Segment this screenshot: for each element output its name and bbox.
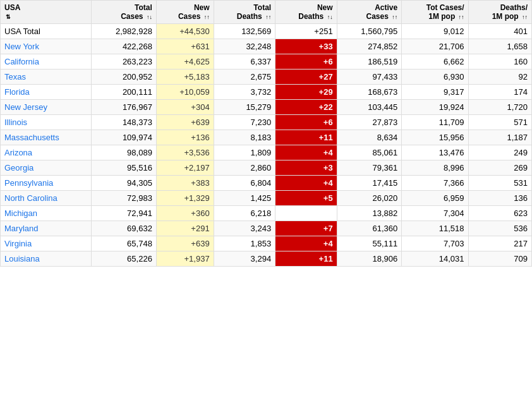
sort-total-cases-icon[interactable]: ↑↓	[147, 14, 152, 20]
deaths-1m-cell: 269	[468, 160, 531, 176]
state-name-cell[interactable]: New York	[1, 39, 92, 54]
state-name-cell[interactable]: North Carolina	[1, 191, 92, 206]
total-cases-cell: 72,941	[92, 206, 157, 221]
active-cases-cell: 186,519	[337, 54, 402, 70]
state-name-cell[interactable]: Illinois	[1, 115, 92, 130]
tot-cases-1m-cell: 19,924	[402, 100, 468, 115]
deaths-1m-cell: 531	[468, 176, 531, 191]
header-new-deaths: NewDeaths ↑↓	[275, 1, 337, 24]
state-link[interactable]: Georgia	[4, 163, 33, 172]
state-link[interactable]: New Jersey	[4, 102, 47, 112]
active-cases-cell: 17,415	[337, 176, 402, 191]
state-link[interactable]: Arizona	[4, 148, 32, 157]
tot-cases-1m-cell: 13,476	[402, 145, 468, 160]
state-name-cell[interactable]: Massachusetts	[1, 130, 92, 145]
tot-cases-1m-cell: 9,317	[402, 85, 468, 100]
active-cases-cell: 168,673	[337, 85, 402, 100]
header-state: USA ⇅	[1, 1, 92, 24]
new-deaths-cell: +33	[275, 39, 337, 54]
state-name-cell[interactable]: Maryland	[1, 221, 92, 236]
new-deaths-cell: +6	[275, 54, 337, 70]
tot-cases-1m-cell: 7,304	[402, 206, 468, 221]
deaths-1m-cell: 536	[468, 221, 531, 236]
total-deaths-cell: 1,425	[214, 191, 275, 206]
state-name-cell[interactable]: Virginia	[1, 236, 92, 251]
state-name-cell[interactable]: Florida	[1, 85, 92, 100]
total-deaths-cell: 6,337	[214, 54, 275, 70]
state-name-cell[interactable]: Texas	[1, 70, 92, 85]
state-link[interactable]: Virginia	[4, 239, 32, 248]
active-cases-cell: 18,906	[337, 251, 402, 267]
table-row: Michigan 72,941 +360 6,218 13,882 7,304 …	[1, 206, 532, 221]
new-deaths-cell: +6	[275, 115, 337, 130]
total-cases-cell: 109,974	[92, 130, 157, 145]
state-link[interactable]: Texas	[4, 72, 26, 82]
new-cases-cell: +383	[156, 176, 214, 191]
new-deaths-cell: +7	[275, 221, 337, 236]
table-row: Georgia 95,516 +2,197 2,860 +3 79,361 8,…	[1, 160, 532, 176]
header-total-cases: TotalCases ↑↓	[92, 1, 157, 24]
sort-active-cases-icon[interactable]: ↑↑	[392, 14, 397, 20]
active-cases-cell: 55,111	[337, 236, 402, 251]
state-link[interactable]: Maryland	[4, 224, 38, 233]
state-name-cell[interactable]: Arizona	[1, 145, 92, 160]
new-deaths-cell: +3	[275, 160, 337, 176]
deaths-1m-cell: 709	[468, 251, 531, 267]
new-cases-cell: +10,059	[156, 85, 214, 100]
new-deaths-cell: +4	[275, 176, 337, 191]
state-link[interactable]: Pennsylvania	[4, 178, 53, 188]
sort-state-icon[interactable]: ⇅	[6, 14, 11, 20]
new-cases-cell: +2,197	[156, 160, 214, 176]
table-row: New Jersey 176,967 +304 15,279 +22 103,4…	[1, 100, 532, 115]
state-link[interactable]: California	[4, 57, 39, 66]
deaths-1m-cell: 92	[468, 70, 531, 85]
tot-cases-1m-cell: 6,959	[402, 191, 468, 206]
total-cases-cell: 176,967	[92, 100, 157, 115]
table-row: Florida 200,111 +10,059 3,732 +29 168,67…	[1, 85, 532, 100]
total-deaths-cell: 3,243	[214, 221, 275, 236]
state-name-cell[interactable]: California	[1, 54, 92, 70]
state-link[interactable]: New York	[4, 42, 39, 51]
total-cases-cell: 148,373	[92, 115, 157, 130]
new-cases-cell: +3,536	[156, 145, 214, 160]
state-link[interactable]: Louisiana	[4, 254, 40, 263]
total-cases-cell: 95,516	[92, 160, 157, 176]
tot-cases-1m-cell: 6,930	[402, 70, 468, 85]
total-active-cases: 1,560,795	[337, 24, 402, 39]
header-total-deaths: TotalDeaths ↑↑	[214, 1, 275, 24]
sort-new-deaths-icon[interactable]: ↑↓	[327, 14, 333, 20]
sort-tot-cases-1m-icon[interactable]: ↑↑	[459, 14, 464, 20]
state-name-cell[interactable]: Georgia	[1, 160, 92, 176]
sort-new-cases-icon[interactable]: ↑↑	[204, 14, 210, 20]
tot-cases-1m-cell: 7,366	[402, 176, 468, 191]
tot-cases-1m-cell: 15,956	[402, 130, 468, 145]
new-cases-cell: +4,625	[156, 54, 214, 70]
total-tot-cases-1m: 9,012	[402, 24, 468, 39]
new-cases-cell: +1,937	[156, 251, 214, 267]
total-deaths-cell: 2,860	[214, 160, 275, 176]
new-cases-cell: +5,183	[156, 70, 214, 85]
deaths-1m-cell: 217	[468, 236, 531, 251]
state-name-cell[interactable]: Louisiana	[1, 251, 92, 267]
state-name-cell[interactable]: Michigan	[1, 206, 92, 221]
state-name-cell[interactable]: Pennsylvania	[1, 176, 92, 191]
state-name-cell[interactable]: New Jersey	[1, 100, 92, 115]
tot-cases-1m-cell: 21,706	[402, 39, 468, 54]
new-deaths-cell: +4	[275, 145, 337, 160]
state-link[interactable]: Michigan	[4, 209, 37, 218]
state-link[interactable]: Massachusetts	[4, 133, 59, 142]
state-link[interactable]: Illinois	[4, 118, 27, 127]
header-tot-cases-1m: Tot Cases/1M pop ↑↑	[402, 1, 468, 24]
new-cases-cell: +136	[156, 130, 214, 145]
table-row: Arizona 98,089 +3,536 1,809 +4 85,061 13…	[1, 145, 532, 160]
new-deaths-cell: +22	[275, 100, 337, 115]
sort-total-deaths-icon[interactable]: ↑↑	[265, 14, 271, 20]
state-link[interactable]: North Carolina	[4, 193, 57, 203]
active-cases-cell: 103,445	[337, 100, 402, 115]
sort-deaths-1m-icon[interactable]: ↑↑	[522, 14, 528, 20]
tot-cases-1m-cell: 6,662	[402, 54, 468, 70]
state-link[interactable]: Florida	[4, 87, 30, 97]
table-row: New York 422,268 +631 32,248 +33 274,852…	[1, 39, 532, 54]
total-state: USA Total	[1, 24, 92, 39]
table-row: Texas 200,952 +5,183 2,675 +27 97,433 6,…	[1, 70, 532, 85]
